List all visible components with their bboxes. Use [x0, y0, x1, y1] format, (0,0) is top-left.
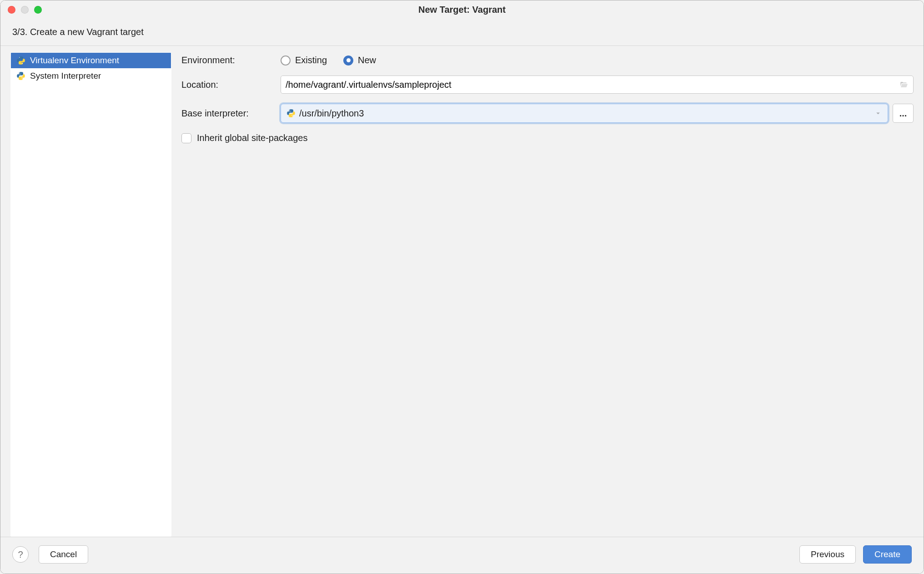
base-interpreter-row: Base interpreter: /usr/bin/python3	[181, 104, 914, 123]
location-label: Location:	[181, 80, 281, 90]
window-minimize-icon	[21, 6, 29, 14]
location-input[interactable]	[286, 80, 899, 90]
svg-point-3	[22, 79, 23, 80]
help-icon: ?	[18, 549, 23, 560]
radio-circle-checked-icon	[343, 55, 353, 65]
wizard-step-label: 3/3. Create a new Vagrant target	[0, 19, 924, 46]
titlebar: New Target: Vagrant	[0, 0, 924, 19]
location-row: Location:	[181, 76, 914, 94]
content-row: Virtualenv Environment System Interprete…	[0, 46, 924, 537]
main-pane: Environment: Existing New Location:	[181, 52, 914, 537]
sidebar-item-label: System Interpreter	[30, 71, 101, 81]
radio-new-label: New	[358, 55, 376, 65]
inherit-label: Inherit global site-packages	[197, 133, 307, 143]
body-area: 3/3. Create a new Vagrant target Virtual…	[0, 19, 924, 574]
base-interpreter-label: Base interpreter:	[181, 108, 281, 119]
radio-new[interactable]: New	[343, 55, 376, 65]
svg-point-0	[19, 57, 20, 58]
inherit-checkbox[interactable]	[181, 133, 191, 143]
svg-point-5	[292, 116, 293, 117]
location-input-wrap[interactable]	[281, 76, 914, 94]
radio-existing[interactable]: Existing	[281, 55, 327, 65]
python-icon	[16, 56, 25, 65]
svg-point-2	[19, 72, 20, 73]
chevron-down-icon	[874, 109, 882, 117]
inherit-row: Inherit global site-packages	[181, 133, 914, 143]
python-icon	[286, 109, 296, 118]
interpreter-more-button[interactable]: ...	[893, 104, 914, 123]
folder-open-icon[interactable]	[899, 81, 909, 89]
cancel-button[interactable]: Cancel	[39, 545, 88, 564]
svg-point-1	[22, 63, 23, 64]
traffic-lights	[8, 6, 42, 14]
environment-radio-group: Existing New	[281, 55, 376, 65]
footer: ? Cancel Previous Create	[0, 537, 924, 574]
window-close-icon[interactable]	[8, 6, 15, 14]
sidebar-item-label: Virtualenv Environment	[30, 55, 119, 65]
svg-point-4	[289, 110, 290, 111]
sidebar-item-virtualenv[interactable]: Virtualenv Environment	[11, 53, 171, 68]
python-icon	[16, 71, 25, 81]
base-interpreter-combo-wrap: /usr/bin/python3 ...	[281, 104, 914, 123]
previous-button[interactable]: Previous	[799, 545, 856, 564]
create-button[interactable]: Create	[863, 545, 912, 564]
sidebar-item-system-interpreter[interactable]: System Interpreter	[11, 68, 171, 84]
base-interpreter-value: /usr/bin/python3	[299, 108, 874, 119]
help-button[interactable]: ?	[12, 546, 29, 563]
base-interpreter-combo[interactable]: /usr/bin/python3	[281, 104, 888, 123]
ellipsis-icon: ...	[899, 108, 907, 119]
radio-existing-label: Existing	[295, 55, 327, 65]
environment-label: Environment:	[181, 55, 281, 65]
window-zoom-icon[interactable]	[34, 6, 42, 14]
environment-row: Environment: Existing New	[181, 55, 914, 65]
radio-circle-icon	[281, 55, 291, 65]
window-title: New Target: Vagrant	[0, 5, 924, 15]
interpreter-type-sidebar: Virtualenv Environment System Interprete…	[10, 52, 171, 537]
